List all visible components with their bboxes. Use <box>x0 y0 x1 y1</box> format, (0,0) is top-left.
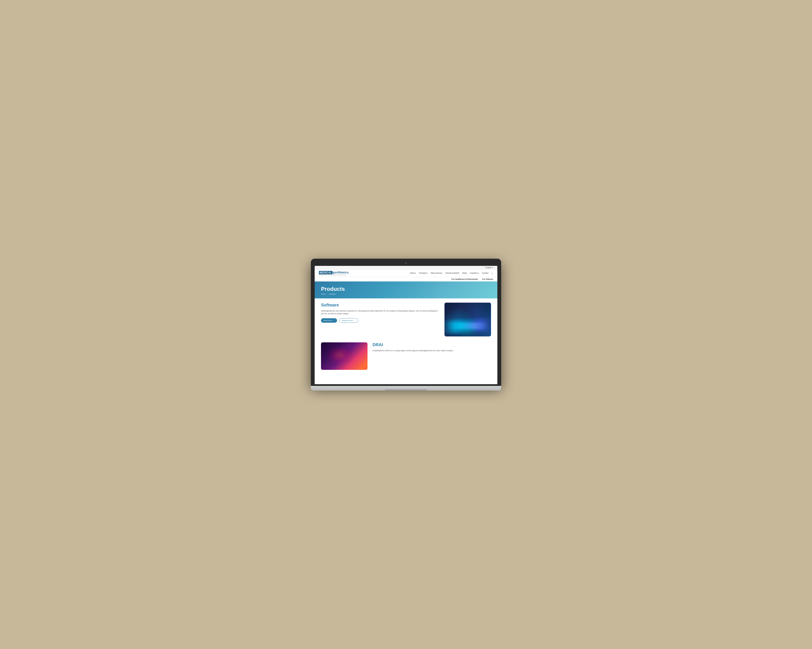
search-icon[interactable]: ⌕ <box>491 271 493 275</box>
nav-contact[interactable]: Contact <box>482 272 488 274</box>
software-buttons: Read more Request demo <box>321 318 440 324</box>
laptop-screen: English ▾ MEDICALgorithmics INNOVATIVE S… <box>314 266 498 384</box>
nav-products[interactable]: Products <box>419 272 427 274</box>
drai-section: DRAI DeepRhythmAI (DRAI) is a cutting-ed… <box>321 342 491 370</box>
hero-decoration <box>415 282 498 299</box>
language-selector[interactable]: English ▾ <box>485 267 493 269</box>
breadcrumb: Home › Products <box>321 293 491 295</box>
nav-investors[interactable]: Investors <box>470 272 479 274</box>
drai-title: DRAI <box>372 342 491 347</box>
camera <box>405 262 407 264</box>
nav-healthcare-professionals[interactable]: For Healthcare Professionals <box>452 278 478 280</box>
software-description: Medicalgorithmics has extensive experien… <box>321 309 440 315</box>
wave-particles <box>444 303 491 337</box>
breadcrumb-home[interactable]: Home <box>321 293 325 295</box>
logo-prefix: MEDICAL <box>319 271 333 274</box>
software-visualization <box>444 303 491 337</box>
nav-rd-services[interactable]: R&D services <box>431 272 443 274</box>
nav-clinical-research[interactable]: Clinical research <box>445 272 459 274</box>
hero-banner: Products Home › Products <box>314 282 498 299</box>
software-title: Software <box>321 303 440 308</box>
logo-tagline: INNOVATIVE SOLUTIONS IN MEDICINE <box>319 274 349 276</box>
logo-suffix: gorithmics <box>333 271 349 274</box>
nav-for-patients[interactable]: For Patients <box>482 278 493 280</box>
drai-text: DRAI DeepRhythmAI (DRAI) is a cutting-ed… <box>372 342 491 355</box>
laptop-base <box>311 386 501 390</box>
logo-text: MEDICALgorithmics <box>319 271 349 274</box>
nav-about[interactable]: About <box>410 272 416 274</box>
read-more-button[interactable]: Read more <box>321 318 337 323</box>
website: English ▾ MEDICALgorithmics INNOVATIVE S… <box>314 266 498 384</box>
software-text: Software Medicalgorithmics has extensive… <box>321 303 440 324</box>
drai-image <box>321 342 368 370</box>
request-demo-button[interactable]: Request demo <box>339 318 358 323</box>
drai-description: DeepRhythmAI (DRAI) is a cutting-edge AI… <box>372 349 491 352</box>
software-image <box>444 303 491 337</box>
screen-bezel: English ▾ MEDICALgorithmics INNOVATIVE S… <box>311 259 501 386</box>
logo[interactable]: MEDICALgorithmics INNOVATIVE SOLUTIONS I… <box>319 271 349 276</box>
software-section: Software Medicalgorithmics has extensive… <box>321 303 491 337</box>
nav-news[interactable]: News <box>462 272 467 274</box>
secondary-nav: For Healthcare Professionals For Patient… <box>314 277 498 282</box>
main-content: Software Medicalgorithmics has extensive… <box>314 299 498 384</box>
nav-links: About Products R&D services Clinical res… <box>410 271 493 275</box>
top-bar: English ▾ <box>314 266 498 270</box>
breadcrumb-separator: › <box>327 293 327 295</box>
main-nav: MEDICALgorithmics INNOVATIVE SOLUTIONS I… <box>314 270 498 277</box>
laptop-frame: English ▾ MEDICALgorithmics INNOVATIVE S… <box>311 259 501 390</box>
breadcrumb-current: Products <box>329 293 336 295</box>
page-title: Products <box>321 286 491 292</box>
